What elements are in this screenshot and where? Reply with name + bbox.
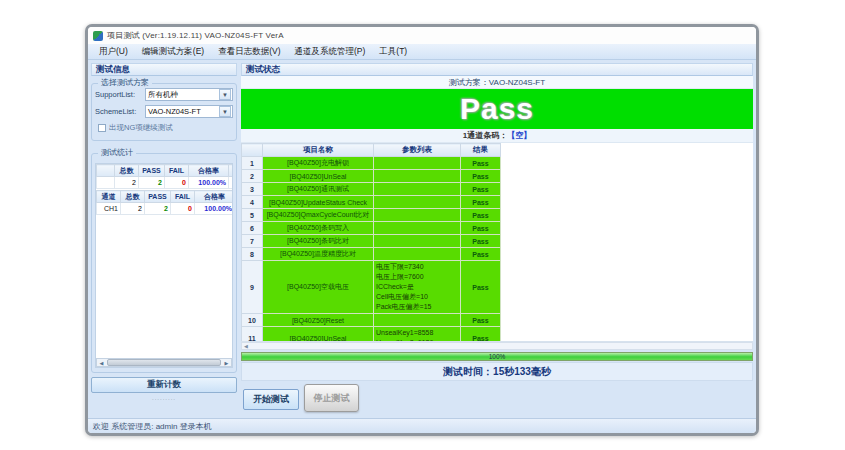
- menu-item-user[interactable]: 用户(U): [92, 44, 135, 59]
- table-row[interactable]: 11[BQ40Z50]UnSealUnsealKey1=8558 UnsealK…: [242, 327, 501, 343]
- scroll-left-icon[interactable]: ◀: [242, 343, 248, 349]
- item-result: Pass: [461, 261, 501, 314]
- col-rate: 合格率: [189, 165, 229, 177]
- channel-total: 2: [121, 203, 145, 215]
- channel-data-row[interactable]: CH1 2 2 0 100.00%: [97, 203, 234, 215]
- stats-horizontal-scrollbar[interactable]: ◀ ▶: [96, 358, 232, 367]
- ng-continue-checkbox[interactable]: [98, 124, 106, 132]
- col-pass: PASS: [139, 165, 165, 177]
- channel-pass: 2: [145, 203, 171, 215]
- summary-header-row: 总数 PASS FAIL 合格率: [97, 165, 234, 177]
- scrollbar-thumb[interactable]: [107, 359, 221, 366]
- client-area: 测试信息 选择测试方案 SupportList: 所有机种 ▼ SchemeLi…: [88, 60, 756, 418]
- param-list: [374, 196, 461, 209]
- menu-item-view-logs[interactable]: 查看日志数据(V): [211, 44, 287, 59]
- table-row[interactable]: 2[BQ40Z50]UnSealPass: [242, 170, 501, 183]
- results-horizontal-scrollbar[interactable]: ◀: [241, 342, 753, 350]
- channel-header-row: 通道 总数 PASS FAIL 合格率 温度: [97, 191, 234, 203]
- scheme-select-group-title: 选择测试方案: [98, 78, 152, 88]
- table-row[interactable]: 9[BQ40Z50]空载电压电压下限=7340 电压上限=7600 ICChec…: [242, 261, 501, 314]
- row-number: 10: [242, 314, 263, 327]
- param-list: [374, 235, 461, 248]
- item-name: [BQ40Z50]条码比对: [263, 235, 374, 248]
- schemelist-combobox[interactable]: VAO-NZ04S-FT ▼: [145, 105, 233, 118]
- chevron-down-icon[interactable]: ▼: [219, 106, 231, 117]
- results-header-row: 项目名称 参数列表 结果: [242, 144, 501, 157]
- item-name: [BQ40Z50]温度精度比对: [263, 248, 374, 261]
- param-list: [374, 183, 461, 196]
- col-fail: FAIL: [171, 191, 195, 203]
- table-row[interactable]: 7[BQ40Z50]条码比对Pass: [242, 235, 501, 248]
- table-row[interactable]: 8[BQ40Z50]温度精度比对Pass: [242, 248, 501, 261]
- channel-name: CH1: [97, 203, 121, 215]
- item-result: Pass: [461, 157, 501, 170]
- col-pass: PASS: [145, 191, 171, 203]
- action-button-row: 开始测试 停止测试: [241, 383, 753, 417]
- param-list: [374, 209, 461, 222]
- summary-pass: 2: [139, 177, 165, 189]
- table-row[interactable]: 1[BQ40Z50]充电解锁Pass: [242, 157, 501, 170]
- item-name: [BQ40Z50]QmaxCycleCount比对: [263, 209, 374, 222]
- progress-label: 100%: [242, 353, 752, 360]
- col-row-number: [242, 144, 263, 157]
- scroll-left-icon[interactable]: ◀: [97, 359, 106, 366]
- results-table: 项目名称 参数列表 结果 1[BQ40Z50]充电解锁Pass2[BQ40Z50…: [241, 143, 501, 342]
- row-number: 9: [242, 261, 263, 314]
- table-row[interactable]: 5[BQ40Z50]QmaxCycleCount比对Pass: [242, 209, 501, 222]
- schemelist-label: SchemeList:: [95, 107, 145, 116]
- param-list: 电压下限=7340 电压上限=7600 ICCheck=是 Cell电压偏差=1…: [374, 261, 461, 314]
- channel-rate: 100.00%: [195, 203, 234, 215]
- param-list: [374, 248, 461, 261]
- stop-test-button: 停止测试: [304, 384, 359, 412]
- scheme-line: 测试方案：VAO-NZ04S-FT: [241, 76, 753, 89]
- test-info-panel: 测试信息 选择测试方案 SupportList: 所有机种 ▼ SchemeLi…: [91, 63, 237, 415]
- test-stats-group-title: 测试统计: [98, 148, 136, 158]
- supportlist-combobox[interactable]: 所有机种 ▼: [145, 88, 233, 101]
- menu-item-edit-scheme[interactable]: 编辑测试方案(E): [135, 44, 211, 59]
- results-table-area: 项目名称 参数列表 结果 1[BQ40Z50]充电解锁Pass2[BQ40Z50…: [241, 143, 753, 342]
- supportlist-label: SupportList:: [95, 90, 145, 99]
- row-number: 11: [242, 327, 263, 343]
- item-name: [BQ40Z50]空载电压: [263, 261, 374, 314]
- summary-stats-table: 总数 PASS FAIL 合格率 2 2 0 1: [96, 164, 233, 189]
- item-name: [BQ40Z50]UnSeal: [263, 327, 374, 343]
- menu-item-channel-system[interactable]: 通道及系统管理(P): [288, 44, 373, 59]
- menu-item-tools[interactable]: 工具(T): [372, 44, 414, 59]
- param-list: [374, 314, 461, 327]
- title-bar[interactable]: 项目测试 (Ver:1.19.12.11) VAO-NZ04S-FT VerA: [88, 27, 756, 44]
- row-number: 2: [242, 170, 263, 183]
- chevron-down-icon[interactable]: ▼: [219, 89, 231, 100]
- col-total: 总数: [121, 191, 145, 203]
- item-result: Pass: [461, 183, 501, 196]
- desktop-background: 项目测试 (Ver:1.19.12.11) VAO-NZ04S-FT VerA …: [0, 0, 845, 450]
- item-name: [BQ40Z50]UnSeal: [263, 170, 374, 183]
- row-number: 6: [242, 222, 263, 235]
- start-test-button[interactable]: 开始测试: [243, 389, 299, 410]
- scroll-right-icon[interactable]: ▶: [222, 359, 231, 366]
- status-bar: 欢迎 系统管理员: admin 登录本机: [88, 418, 756, 433]
- test-time-line: 测试时间：15秒133毫秒: [241, 362, 753, 381]
- menu-bar: 用户(U) 编辑测试方案(E) 查看日志数据(V) 通道及系统管理(P) 工具(…: [88, 44, 756, 60]
- item-result: Pass: [461, 327, 501, 343]
- item-result: Pass: [461, 235, 501, 248]
- table-row[interactable]: 6[BQ40Z50]条码写入Pass: [242, 222, 501, 235]
- app-window: 项目测试 (Ver:1.19.12.11) VAO-NZ04S-FT VerA …: [85, 24, 759, 436]
- item-result: Pass: [461, 248, 501, 261]
- recount-button[interactable]: 重新计数: [91, 377, 237, 393]
- col-channel: 通道: [97, 191, 121, 203]
- row-number: 1: [242, 157, 263, 170]
- test-status-panel: 测试状态 测试方案：VAO-NZ04S-FT Pass 1通道条码： 【空】: [241, 63, 753, 415]
- col-total: 总数: [115, 165, 139, 177]
- right-panel-header: 测试状态: [241, 63, 753, 76]
- item-result: Pass: [461, 170, 501, 183]
- param-list: [374, 170, 461, 183]
- summary-data-row[interactable]: 2 2 0 100.00%: [97, 177, 234, 189]
- result-banner-text: Pass: [460, 92, 534, 126]
- item-name: [BQ40Z50]通讯测试: [263, 183, 374, 196]
- table-row[interactable]: 4[BQ40Z50]UpdateStatus CheckPass: [242, 196, 501, 209]
- item-result: Pass: [461, 209, 501, 222]
- table-row[interactable]: 3[BQ40Z50]通讯测试Pass: [242, 183, 501, 196]
- left-panel-header: 测试信息: [91, 63, 237, 76]
- table-row[interactable]: 10[BQ40Z50]ResetPass: [242, 314, 501, 327]
- test-stats-group: 测试统计 总数 PASS FAIL 合格率: [91, 153, 237, 373]
